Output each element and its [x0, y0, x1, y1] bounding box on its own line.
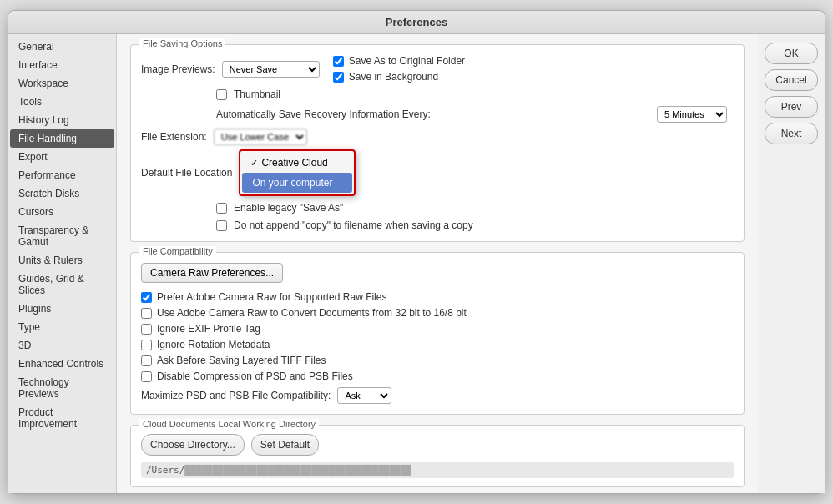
preferences-window: Preferences GeneralInterfaceWorkspaceToo…	[8, 10, 825, 494]
file-extension-label: File Extension:	[141, 131, 207, 143]
ignore-rotation-label: Ignore Rotation Metadata	[157, 339, 270, 350]
sidebar-item-product-improvement[interactable]: Product Improvement	[10, 403, 114, 433]
checkmark-icon: ✓	[250, 158, 258, 169]
default-file-location-label: Default File Location	[141, 167, 232, 179]
cancel-button[interactable]: Cancel	[765, 69, 818, 91]
sidebar-item-cursors[interactable]: Cursors	[10, 203, 114, 221]
image-previews-label: Image Previews:	[141, 63, 215, 75]
sidebar-item-plugins[interactable]: Plugins	[10, 300, 114, 318]
auto-save-label: Automatically Save Recovery Information …	[216, 108, 650, 120]
ignore-exif-row: Ignore EXIF Profile Tag	[141, 323, 734, 335]
save-as-original-checkbox[interactable]	[333, 56, 344, 67]
disable-compression-label: Disable Compression of PSD and PSB Files	[157, 370, 353, 382]
sidebar-item-performance[interactable]: Performance	[10, 166, 114, 184]
default-location-dropdown[interactable]: ✓ Creative Cloud On your computer	[239, 149, 356, 196]
prefer-camera-raw-label: Prefer Adobe Camera Raw for Supported Ra…	[157, 291, 386, 303]
sidebar-item-workspace[interactable]: Workspace	[10, 74, 114, 93]
set-default-btn[interactable]: Set Default	[251, 434, 319, 456]
camera-raw-btn[interactable]: Camera Raw Preferences...	[141, 263, 283, 283]
disable-compression-checkbox[interactable]	[141, 371, 152, 382]
sidebar-item-tools[interactable]: Tools	[10, 93, 114, 111]
image-previews-select[interactable]: Never Save Always Save Ask When Saving	[222, 61, 320, 78]
no-copy-label: Do not append "copy" to filename when sa…	[234, 219, 473, 231]
dropdown-on-computer[interactable]: On your computer	[242, 173, 352, 193]
sidebar-item-export[interactable]: Export	[10, 148, 114, 166]
maximize-row: Maximize PSD and PSB File Compatibility:…	[141, 387, 734, 404]
enable-legacy-row: Enable legacy "Save As"	[216, 202, 734, 214]
image-previews-row: Image Previews: Never Save Always Save A…	[141, 55, 734, 83]
use-camera-raw-label: Use Adobe Camera Raw to Convert Document…	[157, 307, 467, 319]
ignore-rotation-checkbox[interactable]	[141, 340, 152, 350]
ask-tiff-label: Ask Before Saving Layered TIFF Files	[157, 355, 326, 366]
prev-button[interactable]: Prev	[765, 96, 818, 118]
ask-tiff-checkbox[interactable]	[141, 355, 152, 366]
sidebar-item-history-log[interactable]: History Log	[10, 111, 114, 129]
choose-directory-btn[interactable]: Choose Directory...	[141, 434, 245, 456]
file-compat-section: File Compatibility Camera Raw Preference…	[130, 252, 745, 415]
file-extension-row: File Extension: Use Lower Case Use Upper…	[141, 129, 734, 196]
buttons-panel: OK Cancel Prev Next	[758, 34, 825, 493]
next-button[interactable]: Next	[765, 123, 818, 144]
no-copy-row: Do not append "copy" to filename when sa…	[216, 219, 734, 231]
cloud-dir-title: Cloud Documents Local Working Directory	[139, 419, 319, 429]
main-content: File Saving Options Image Previews: Neve…	[117, 34, 758, 493]
ok-button[interactable]: OK	[765, 43, 818, 64]
dir-buttons: Choose Directory... Set Default	[141, 434, 734, 456]
prefer-camera-raw-row: Prefer Adobe Camera Raw for Supported Ra…	[141, 291, 734, 303]
enable-legacy-label: Enable legacy "Save As"	[234, 202, 343, 214]
sidebar-item-technology-previews[interactable]: Technology Previews	[10, 373, 114, 403]
auto-save-select[interactable]: 5 Minutes 1 Minute 10 Minutes 15 Minutes…	[657, 106, 727, 123]
ask-tiff-row: Ask Before Saving Layered TIFF Files	[141, 355, 734, 366]
ignore-exif-label: Ignore EXIF Profile Tag	[157, 323, 260, 335]
sidebar: GeneralInterfaceWorkspaceToolsHistory Lo…	[8, 34, 117, 493]
thumbnail-checkbox[interactable]	[216, 89, 227, 100]
sidebar-item-enhanced-controls[interactable]: Enhanced Controls	[10, 355, 114, 373]
file-saving-title: File Saving Options	[139, 38, 225, 48]
save-in-background-label: Save in Background	[349, 71, 438, 83]
use-camera-raw-row: Use Adobe Camera Raw to Convert Document…	[141, 307, 734, 319]
thumbnail-row: Thumbnail	[216, 88, 734, 100]
auto-save-row: Automatically Save Recovery Information …	[216, 106, 727, 123]
titlebar: Preferences	[8, 11, 825, 34]
ignore-exif-checkbox[interactable]	[141, 324, 152, 335]
sidebar-item-type[interactable]: Type	[10, 318, 114, 336]
sidebar-item-file-handling[interactable]: File Handling	[10, 129, 114, 148]
sidebar-item-interface[interactable]: Interface	[10, 56, 114, 74]
sidebar-item-3d[interactable]: 3D	[10, 336, 114, 355]
maximize-select[interactable]: Ask Always Never	[337, 387, 391, 404]
sidebar-item-general[interactable]: General	[10, 38, 114, 56]
thumbnail-label: Thumbnail	[234, 88, 280, 100]
save-in-background-checkbox[interactable]	[333, 72, 344, 83]
ignore-rotation-row: Ignore Rotation Metadata	[141, 339, 734, 350]
file-saving-section: File Saving Options Image Previews: Neve…	[130, 44, 745, 242]
sidebar-item-units--rulers[interactable]: Units & Rulers	[10, 251, 114, 270]
file-compat-title: File Compatibility	[139, 246, 216, 256]
use-camera-raw-checkbox[interactable]	[141, 308, 152, 319]
window-title: Preferences	[386, 16, 447, 28]
dir-path: /Users/█████████████████████████████████…	[141, 462, 734, 478]
no-copy-checkbox[interactable]	[216, 220, 227, 231]
prefer-camera-raw-checkbox[interactable]	[141, 292, 152, 303]
enable-legacy-checkbox[interactable]	[216, 203, 227, 214]
sidebar-item-scratch-disks[interactable]: Scratch Disks	[10, 184, 114, 203]
sidebar-item-transparency--gamut[interactable]: Transparency & Gamut	[10, 221, 114, 251]
maximize-label: Maximize PSD and PSB File Compatibility:	[141, 390, 331, 401]
sidebar-item-guides-grid--slices[interactable]: Guides, Grid & Slices	[10, 270, 114, 300]
cloud-dir-section: Cloud Documents Local Working Directory …	[130, 425, 745, 487]
save-as-original-label: Save As to Original Folder	[349, 55, 465, 67]
file-extension-select[interactable]: Use Lower Case Use Upper Case	[214, 129, 307, 145]
disable-compression-row: Disable Compression of PSD and PSB Files	[141, 370, 734, 382]
dropdown-creative-cloud[interactable]: ✓ Creative Cloud	[240, 153, 354, 173]
